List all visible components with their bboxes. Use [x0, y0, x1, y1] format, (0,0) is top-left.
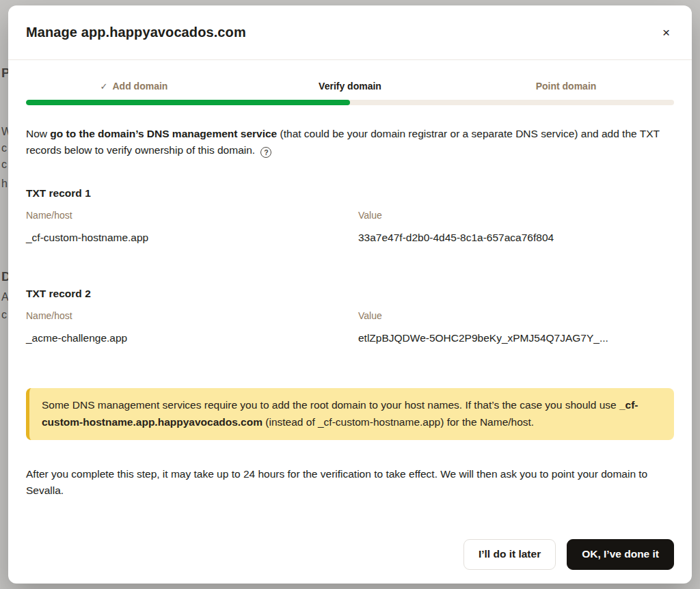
outro-text: After you complete this step, it may tak…	[26, 466, 674, 499]
record-title: TXT record 2	[26, 288, 674, 300]
txt-record-1: TXT record 1 Name/host Value _cf-custom-…	[26, 187, 674, 244]
name-host-label: Name/host	[26, 210, 342, 221]
record-value-value: 33a7e47f-d2b0-4d45-8c1a-657aca76f804	[358, 232, 674, 244]
callout-part1: Some DNS management services require you…	[42, 399, 619, 411]
modal-footer: I’ll do it later OK, I’ve done it	[8, 527, 692, 584]
record-value-value: etlZpBJQDWe-5OHC2P9beKy_xPMJ54Q7JAG7Y_..…	[358, 332, 674, 344]
txt-record-2: TXT record 2 Name/host Value _acme-chall…	[26, 288, 674, 344]
modal-header: Manage app.happyavocados.com ×	[8, 5, 692, 60]
modal-body: ✓ Add domain Verify domain Point domain …	[8, 60, 692, 527]
intro-prefix: Now	[26, 128, 50, 139]
value-label: Value	[358, 310, 674, 321]
later-button[interactable]: I’ll do it later	[463, 539, 556, 570]
modal-title: Manage app.happyavocados.com	[26, 25, 246, 40]
value-label: Value	[358, 210, 674, 221]
record-grid: Name/host Value _acme-challenge.app etlZ…	[26, 310, 674, 344]
name-host-label: Name/host	[26, 310, 342, 321]
step-verify-domain: Verify domain	[242, 81, 458, 92]
progress-bar	[26, 100, 674, 105]
step-point-domain: Point domain	[458, 81, 674, 92]
manage-domain-modal: Manage app.happyavocados.com × ✓ Add dom…	[8, 5, 692, 584]
dns-warning-callout: Some DNS management services require you…	[26, 388, 674, 440]
callout-part2: (instead of _cf-custom-hostname.app) for…	[262, 416, 534, 428]
close-icon[interactable]: ×	[658, 22, 674, 43]
intro-text: Now go to the domain’s DNS management se…	[26, 126, 674, 159]
step-label: Point domain	[536, 81, 597, 92]
step-add-domain: ✓ Add domain	[26, 81, 242, 92]
step-label: Verify domain	[319, 81, 381, 92]
stepper: ✓ Add domain Verify domain Point domain	[26, 81, 674, 92]
progress-fill	[26, 100, 350, 105]
intro-bold: go to the domain’s DNS management servic…	[50, 128, 277, 139]
help-icon[interactable]: ?	[260, 147, 271, 158]
record-name-value: _acme-challenge.app	[26, 332, 342, 344]
check-icon: ✓	[100, 81, 108, 92]
step-label: Add domain	[113, 81, 168, 92]
done-button[interactable]: OK, I’ve done it	[567, 539, 674, 570]
record-title: TXT record 1	[26, 187, 674, 200]
record-name-value: _cf-custom-hostname.app	[26, 232, 342, 244]
record-grid: Name/host Value _cf-custom-hostname.app …	[26, 210, 674, 244]
